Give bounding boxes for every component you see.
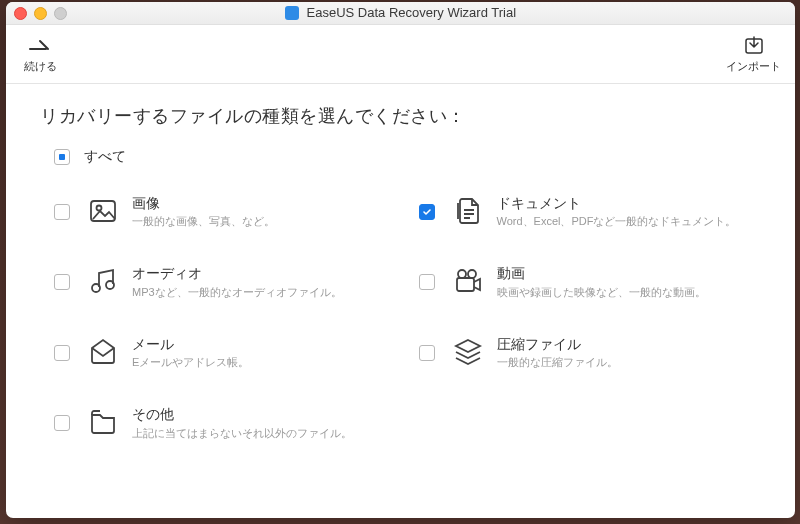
page-heading: リカバリーするファイルの種類を選んでください： <box>40 104 765 128</box>
video-camera-icon <box>451 264 485 298</box>
continue-arrow-icon <box>26 35 54 57</box>
category-audio-checkbox[interactable] <box>54 274 70 290</box>
svg-point-5 <box>458 270 466 278</box>
import-button[interactable]: インポート <box>726 35 781 74</box>
select-all-checkbox[interactable] <box>54 149 70 165</box>
category-desc: 上記に当てはまらないそれ以外のファイル。 <box>132 426 352 440</box>
category-archive-checkbox[interactable] <box>419 345 435 361</box>
window-controls <box>14 7 67 20</box>
app-title: EaseUS Data Recovery Wizard Trial <box>6 5 795 21</box>
minimize-icon[interactable] <box>34 7 47 20</box>
category-other[interactable]: その他 上記に当てはまらないそれ以外のファイル。 <box>36 387 401 457</box>
category-mail[interactable]: メール Eメールやアドレス帳。 <box>36 317 401 387</box>
svg-point-3 <box>92 284 100 292</box>
category-title: ドキュメント <box>497 194 737 212</box>
toolbar: 続ける インポート <box>6 25 795 84</box>
close-icon[interactable] <box>14 7 27 20</box>
category-archive[interactable]: 圧縮ファイル 一般的な圧縮ファイル。 <box>401 317 766 387</box>
category-title: オーディオ <box>132 264 342 282</box>
import-icon <box>740 35 768 57</box>
category-title: 圧縮ファイル <box>497 335 618 353</box>
svg-rect-7 <box>457 278 474 291</box>
category-desc: Eメールやアドレス帳。 <box>132 355 249 369</box>
select-all-row[interactable]: すべて <box>54 148 765 166</box>
app-window: EaseUS Data Recovery Wizard Trial 続ける イン… <box>6 2 795 518</box>
select-all-label: すべて <box>84 148 126 166</box>
category-document[interactable]: ドキュメント Word、Excel、PDFなど一般的なドキュメント。 <box>401 176 766 246</box>
category-video[interactable]: 動画 映画や録画した映像など、一般的な動画。 <box>401 246 766 316</box>
svg-point-2 <box>97 206 102 211</box>
category-desc: 一般的な圧縮ファイル。 <box>497 355 618 369</box>
category-title: その他 <box>132 405 352 423</box>
continue-label: 続ける <box>24 59 57 74</box>
content-area: リカバリーするファイルの種類を選んでください： すべて <box>6 84 795 468</box>
category-video-checkbox[interactable] <box>419 274 435 290</box>
svg-point-4 <box>106 281 114 289</box>
music-note-icon <box>86 264 120 298</box>
category-images-checkbox[interactable] <box>54 204 70 220</box>
category-title: 動画 <box>497 264 706 282</box>
category-other-checkbox[interactable] <box>54 415 70 431</box>
layers-icon <box>451 335 485 369</box>
category-desc: MP3など、一般的なオーディオファイル。 <box>132 285 342 299</box>
import-label: インポート <box>726 59 781 74</box>
app-title-text: EaseUS Data Recovery Wizard Trial <box>307 5 517 20</box>
document-icon <box>451 194 485 228</box>
category-desc: 一般的な画像、写真、など。 <box>132 214 275 228</box>
svg-point-6 <box>468 270 476 278</box>
category-title: 画像 <box>132 194 275 212</box>
continue-button[interactable]: 続ける <box>20 35 60 74</box>
category-images[interactable]: 画像 一般的な画像、写真、など。 <box>36 176 401 246</box>
envelope-icon <box>86 335 120 369</box>
title-bar: EaseUS Data Recovery Wizard Trial <box>6 2 795 25</box>
image-icon <box>86 194 120 228</box>
category-desc: 映画や録画した映像など、一般的な動画。 <box>497 285 706 299</box>
category-document-checkbox[interactable] <box>419 204 435 220</box>
category-audio[interactable]: オーディオ MP3など、一般的なオーディオファイル。 <box>36 246 401 316</box>
maximize-icon[interactable] <box>54 7 67 20</box>
category-mail-checkbox[interactable] <box>54 345 70 361</box>
category-desc: Word、Excel、PDFなど一般的なドキュメント。 <box>497 214 737 228</box>
category-grid: 画像 一般的な画像、写真、など。 ドキ <box>36 176 765 458</box>
category-title: メール <box>132 335 249 353</box>
app-icon <box>285 6 299 20</box>
folder-icon <box>86 405 120 439</box>
